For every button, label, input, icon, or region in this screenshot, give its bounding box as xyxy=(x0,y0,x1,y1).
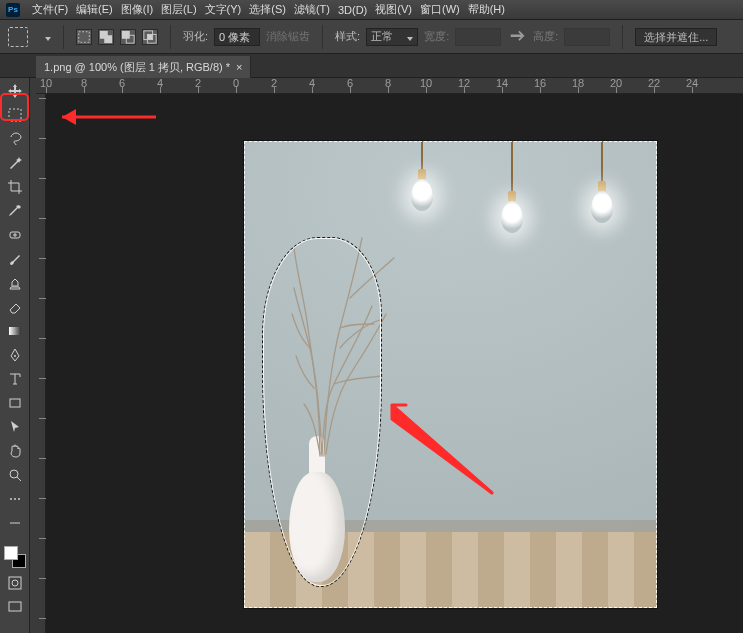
feather-label: 羽化: xyxy=(183,29,208,44)
ruler-top-label: 2 xyxy=(195,78,201,89)
ruler-top-label: 14 xyxy=(496,78,508,89)
document-canvas[interactable] xyxy=(244,141,657,608)
menu-select[interactable]: 选择(S) xyxy=(249,2,286,17)
menu-3d[interactable]: 3D(D) xyxy=(338,4,367,16)
svg-point-13 xyxy=(10,470,18,478)
clone-stamp-tool-icon[interactable] xyxy=(4,274,26,292)
ruler-top-label: 20 xyxy=(610,78,622,89)
screenmode-tool-icon[interactable] xyxy=(4,598,26,616)
options-bar: 羽化: 0 像素 消除锯齿 样式: 正常 宽度: 高度: 选择并遮住... xyxy=(0,20,743,54)
svg-rect-2 xyxy=(104,35,112,43)
hand-tool-icon[interactable] xyxy=(4,442,26,460)
foreground-color-swatch[interactable] xyxy=(4,546,18,560)
close-icon[interactable]: × xyxy=(236,61,242,73)
svg-rect-10 xyxy=(9,327,21,335)
ruler-top-label: 10 xyxy=(420,78,432,89)
quickmask-tool-icon[interactable] xyxy=(4,574,26,592)
antialias-checkbox-label: 消除锯齿 xyxy=(266,29,310,44)
tool-preset-dropdown-icon[interactable] xyxy=(42,31,51,43)
width-label: 宽度: xyxy=(424,29,449,44)
menu-bar: Ps 文件(F) 编辑(E) 图像(I) 图层(L) 文字(Y) 选择(S) 滤… xyxy=(0,0,743,20)
ruler-vertical[interactable] xyxy=(30,78,46,633)
magic-wand-tool-icon[interactable] xyxy=(4,154,26,172)
eraser-tool-icon[interactable] xyxy=(4,298,26,316)
pen-tool-icon[interactable] xyxy=(4,346,26,364)
ruler-top-label: 0 xyxy=(233,78,239,89)
ruler-top-label: 12 xyxy=(458,78,470,89)
document-tab-bar: 1.png @ 100% (图层 1 拷贝, RGB/8) * × xyxy=(0,54,743,78)
selection-new-icon[interactable] xyxy=(76,29,92,45)
type-tool-icon[interactable] xyxy=(4,370,26,388)
ruler-top-label: 8 xyxy=(385,78,391,89)
svg-rect-12 xyxy=(10,399,20,407)
feather-input[interactable]: 0 像素 xyxy=(214,28,260,46)
menu-layer[interactable]: 图层(L) xyxy=(161,2,196,17)
foreground-background-colors[interactable] xyxy=(4,546,26,568)
svg-point-15 xyxy=(14,498,16,500)
svg-rect-17 xyxy=(9,577,21,589)
tool-panel xyxy=(0,78,30,633)
healing-brush-tool-icon[interactable] xyxy=(4,226,26,244)
height-label: 高度: xyxy=(533,29,558,44)
ruler-top-label: 6 xyxy=(347,78,353,89)
edit-toolbar-icon[interactable] xyxy=(4,514,26,532)
ruler-top-label: 10 xyxy=(40,78,52,89)
ruler-top-label: 16 xyxy=(534,78,546,89)
height-input xyxy=(564,28,610,46)
path-select-tool-icon[interactable] xyxy=(4,418,26,436)
canvas-viewport[interactable] xyxy=(46,94,743,633)
refine-edge-button[interactable]: 选择并遮住... xyxy=(635,28,717,46)
annotation-marquee-highlight xyxy=(2,95,27,119)
menu-file[interactable]: 文件(F) xyxy=(32,2,68,17)
width-input xyxy=(455,28,501,46)
crop-tool-icon[interactable] xyxy=(4,178,26,196)
ruler-top-label: 18 xyxy=(572,78,584,89)
ruler-top-label: 8 xyxy=(81,78,87,89)
svg-point-18 xyxy=(12,580,18,586)
menu-image[interactable]: 图像(I) xyxy=(121,2,153,17)
svg-point-11 xyxy=(14,355,16,357)
ruler-top-label: 4 xyxy=(309,78,315,89)
svg-point-16 xyxy=(18,498,20,500)
menu-edit[interactable]: 编辑(E) xyxy=(76,2,113,17)
misc-tool-icon[interactable] xyxy=(4,490,26,508)
ruler-top-label: 4 xyxy=(157,78,163,89)
document-tab-title: 1.png @ 100% (图层 1 拷贝, RGB/8) * xyxy=(44,60,230,75)
app-logo: Ps xyxy=(6,3,20,17)
svg-point-14 xyxy=(10,498,12,500)
menu-type[interactable]: 文字(Y) xyxy=(205,2,242,17)
ruler-top-label: 2 xyxy=(271,78,277,89)
selection-subtract-icon[interactable] xyxy=(120,29,136,45)
chevron-down-icon xyxy=(404,31,413,43)
svg-rect-7 xyxy=(147,34,152,39)
swap-dimensions-icon[interactable] xyxy=(507,27,527,47)
selection-intersect-icon[interactable] xyxy=(142,29,158,45)
style-select-value: 正常 xyxy=(371,29,393,44)
document-tab[interactable]: 1.png @ 100% (图层 1 拷贝, RGB/8) * × xyxy=(36,56,251,78)
lasso-tool-icon[interactable] xyxy=(4,130,26,148)
ruler-horizontal[interactable]: 108642024681012141618202224 xyxy=(36,78,743,94)
ruler-top-label: 24 xyxy=(686,78,698,89)
workspace: 108642024681012141618202224 xyxy=(0,78,743,633)
active-tool-preview[interactable] xyxy=(8,27,28,47)
ruler-top-label: 22 xyxy=(648,78,660,89)
ruler-top-label: 6 xyxy=(119,78,125,89)
brush-tool-icon[interactable] xyxy=(4,250,26,268)
zoom-tool-icon[interactable] xyxy=(4,466,26,484)
selection-add-icon[interactable] xyxy=(98,29,114,45)
menu-filter[interactable]: 滤镜(T) xyxy=(294,2,330,17)
svg-rect-0 xyxy=(79,31,90,42)
menu-window[interactable]: 窗口(W) xyxy=(420,2,460,17)
rectangle-shape-tool-icon[interactable] xyxy=(4,394,26,412)
menu-view[interactable]: 视图(V) xyxy=(375,2,412,17)
svg-rect-19 xyxy=(9,602,21,611)
style-select[interactable]: 正常 xyxy=(366,28,418,46)
eyedropper-tool-icon[interactable] xyxy=(4,202,26,220)
gradient-tool-icon[interactable] xyxy=(4,322,26,340)
menu-help[interactable]: 帮助(H) xyxy=(468,2,505,17)
style-label: 样式: xyxy=(335,29,360,44)
